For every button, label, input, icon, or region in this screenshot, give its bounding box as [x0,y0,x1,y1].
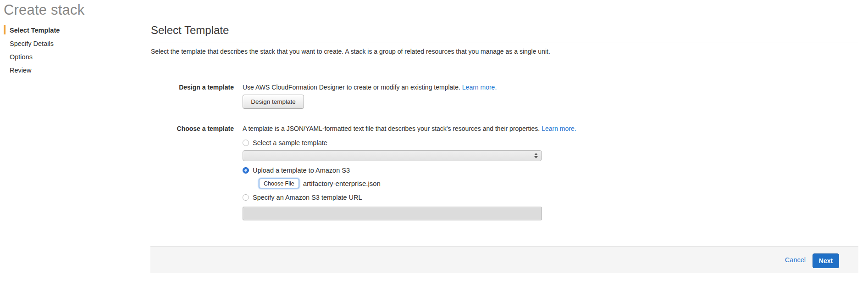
section-heading: Select Template [151,24,229,37]
radio-button-icon[interactable] [243,140,249,146]
step-label: Review [10,67,32,74]
radio-label: Select a sample template [253,139,327,146]
chevron-up-icon [534,153,538,155]
radio-label: Upload a template to Amazon S3 [253,167,350,174]
choose-template-label: Choose a template [150,125,234,132]
wizard-footer: Cancel Next [150,246,858,273]
heading-divider [151,43,858,43]
design-description-text: Use AWS CloudFormation Designer to creat… [243,84,460,91]
design-template-label: Design a template [150,84,234,91]
wizard-steps: Select Template Specify Details Options … [4,25,114,79]
chevron-down-icon [534,156,538,158]
choose-template-description: A template is a JSON/YAML-formatted text… [243,125,576,132]
radio-label: Specify an Amazon S3 template URL [253,194,362,201]
design-learn-more-link[interactable]: Learn more. [462,84,497,91]
select-stepper-icon [534,153,538,158]
radio-select-sample-template[interactable]: Select a sample template [243,139,327,146]
section-description: Select the template that describes the s… [151,48,701,55]
step-review[interactable]: Review [4,65,114,79]
cancel-button[interactable]: Cancel [785,256,806,264]
radio-specify-s3-url[interactable]: Specify an Amazon S3 template URL [243,194,362,201]
radio-button-icon[interactable] [243,167,249,174]
step-label: Specify Details [10,40,54,47]
design-template-description: Use AWS CloudFormation Designer to creat… [243,84,497,91]
next-button[interactable]: Next [813,253,839,268]
sample-template-select[interactable] [243,150,542,161]
step-select-template[interactable]: Select Template [4,25,114,39]
page-title: Create stack [4,2,84,18]
s3-template-url-input[interactable] [243,207,542,220]
choose-learn-more-link[interactable]: Learn more. [542,125,576,132]
choose-file-button[interactable]: Choose File [259,179,299,188]
create-stack-page: Create stack Select Template Specify Det… [0,0,868,298]
step-specify-details[interactable]: Specify Details [4,39,114,52]
radio-upload-template-s3[interactable]: Upload a template to Amazon S3 [243,167,350,174]
radio-button-icon[interactable] [243,194,249,201]
step-label: Options [10,53,33,61]
design-template-button[interactable]: Design template [243,95,304,109]
step-options[interactable]: Options [4,52,114,65]
step-label: Select Template [10,27,60,34]
choose-description-text: A template is a JSON/YAML-formatted text… [243,125,540,132]
uploaded-file-name: artifactory-enterprise.json [303,180,381,187]
file-upload-row: Choose File artifactory-enterprise.json [259,179,381,188]
